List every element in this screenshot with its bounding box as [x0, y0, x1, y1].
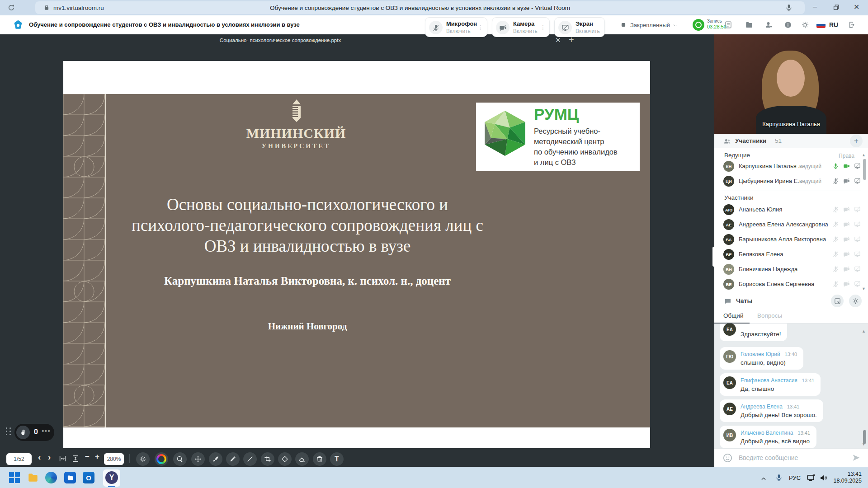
laser-pointer-button[interactable]	[173, 452, 187, 466]
shape-tool-button[interactable]	[278, 452, 292, 466]
network-display-icon[interactable]	[807, 474, 815, 482]
speaker-torso	[756, 106, 826, 134]
tray-mic-icon[interactable]	[775, 474, 783, 482]
screen-off-icon[interactable]	[854, 178, 861, 184]
sidebar-resize-handle[interactable]	[712, 247, 715, 267]
zoom-in-button[interactable]: +	[95, 452, 99, 461]
crop-tool-button[interactable]	[261, 452, 274, 466]
participant-name: Блиничкина Надежда	[739, 266, 797, 272]
scroll-down-icon[interactable]: ▼	[862, 286, 866, 291]
send-message-icon[interactable]	[852, 453, 861, 462]
chevron-down-icon[interactable]	[673, 23, 678, 28]
page-indicator[interactable]: 1/52	[6, 453, 32, 465]
record-button[interactable]	[693, 19, 704, 31]
camera-toggle-button[interactable]: Камера Включить ⋮	[492, 17, 550, 37]
participant-row[interactable]: БН Блиничкина Надежда	[714, 262, 868, 277]
emoji-icon[interactable]	[722, 453, 733, 463]
raise-hand-button[interactable]	[16, 426, 30, 439]
edge-browser-icon[interactable]	[45, 472, 57, 483]
microsoft-store-icon[interactable]	[64, 472, 76, 483]
invite-participant-button[interactable]: +	[850, 135, 863, 147]
participant-row[interactable]: АЮ Ананьева Юлия	[714, 202, 868, 217]
window-minimize-button[interactable]: –	[813, 3, 817, 11]
speaker-video-tile[interactable]: Карпушкина Наталья	[714, 34, 868, 134]
mic-on-icon[interactable]	[832, 163, 839, 169]
window-restore-button[interactable]	[833, 5, 839, 10]
camera-off-icon	[843, 221, 850, 228]
move-tool-button[interactable]	[191, 452, 205, 466]
user-settings-icon[interactable]	[765, 21, 773, 29]
chat-messages[interactable]: ЕА Здравствуйте! ГЮ Головлев Юрий13:40 с…	[714, 324, 868, 448]
text-tool-button[interactable]: T	[330, 452, 344, 466]
address-bar[interactable]: mv1.virtualroom.ru Обучение и сопровожде…	[35, 1, 805, 14]
participant-row[interactable]: АЕ Андреева Елена Александровна	[714, 217, 868, 232]
screen-off-icon[interactable]	[854, 163, 861, 169]
settings-gear-icon[interactable]	[801, 21, 809, 29]
zoom-level[interactable]: 280%	[104, 453, 124, 465]
tab-questions[interactable]: Вопросы	[757, 312, 782, 319]
mic-toggle-button[interactable]: Микрофон Включить ⋮	[425, 17, 487, 37]
line-tool-button[interactable]	[243, 452, 257, 466]
scroll-up-icon[interactable]: ▲	[862, 153, 866, 157]
reload-icon[interactable]	[7, 4, 15, 12]
camera-on-icon[interactable]	[843, 163, 850, 169]
next-slide-button[interactable]: ›	[48, 452, 51, 462]
avatar: ЕА	[723, 376, 736, 389]
yandex-browser-taskbar-item[interactable]: Y	[103, 469, 120, 487]
window-close-button[interactable]: ✕	[854, 3, 859, 11]
language-label[interactable]: RU	[829, 21, 838, 28]
scroll-up-icon[interactable]: ▲	[862, 329, 866, 333]
annotation-settings-button[interactable]	[136, 452, 150, 466]
slide-title: Основы социально-психологического и псих…	[68, 194, 547, 257]
tray-expand-icon[interactable]	[760, 476, 767, 482]
yandex-browser-icon: Y	[105, 471, 118, 484]
fit-width-icon[interactable]	[59, 455, 67, 463]
drag-handle-icon[interactable]	[6, 427, 11, 435]
notes-icon[interactable]	[724, 21, 732, 29]
hand-more-icon[interactable]: •••	[42, 427, 51, 435]
speaker-name-label: Карпушкина Наталья	[714, 121, 868, 127]
scroll-down-icon[interactable]: ▼	[862, 442, 866, 446]
participant-row[interactable]: ЦИ Цыбуцинина Ирина Е... ведущий	[714, 174, 868, 189]
file-explorer-icon[interactable]	[27, 472, 39, 483]
volume-icon[interactable]	[819, 474, 828, 482]
chat-settings-button[interactable]	[849, 295, 862, 307]
participant-row[interactable]: БЕ Белякова Елена	[714, 247, 868, 262]
screen-off-icon	[854, 236, 861, 243]
clock[interactable]: 13:41 18.09.2025	[833, 471, 862, 484]
russian-flag-icon[interactable]	[816, 22, 826, 28]
leave-room-icon[interactable]	[848, 21, 856, 29]
files-folder-icon[interactable]	[745, 21, 753, 29]
layout-select[interactable]: Закрепленный	[630, 22, 670, 28]
participant-row[interactable]: БА Барышникова Алла Викторовна	[714, 232, 868, 247]
camera-off-icon	[843, 266, 850, 272]
screen-share-button[interactable]: Экран Включить	[554, 17, 605, 37]
raised-hands-count: 0	[34, 428, 38, 436]
tab-mic-icon[interactable]	[785, 4, 793, 12]
pen-tool-button[interactable]	[226, 452, 240, 466]
camera-off-icon[interactable]	[843, 178, 850, 184]
info-icon[interactable]	[784, 21, 792, 29]
camera-label: Камера	[513, 20, 534, 27]
keyboard-language[interactable]: РУС	[789, 474, 801, 481]
close-presentation-icon[interactable]: ✕	[555, 36, 561, 44]
color-picker-button[interactable]	[155, 452, 168, 466]
mic-off-icon	[832, 221, 839, 228]
participant-row[interactable]: КН Карпушкина Наталья ... ведущий	[714, 159, 868, 174]
prev-slide-button[interactable]: ‹	[38, 452, 41, 462]
camera-menu-icon[interactable]: ⋮	[540, 24, 546, 31]
windows-start-icon[interactable]	[9, 472, 21, 483]
brush-tool-button[interactable]	[209, 452, 222, 466]
eraser-tool-button[interactable]	[295, 452, 309, 466]
mic-menu-icon[interactable]: ⋮	[477, 24, 484, 31]
zoom-out-button[interactable]: −	[85, 452, 90, 461]
tab-general[interactable]: Общий	[723, 312, 743, 319]
fit-height-icon[interactable]	[71, 455, 80, 463]
chat-popout-button[interactable]	[831, 295, 844, 307]
participant-row[interactable]: БЕ Борисова Елена Сергеевна	[714, 277, 868, 292]
delete-annotations-button[interactable]	[313, 452, 326, 466]
message-input[interactable]	[739, 449, 847, 467]
outlook-icon[interactable]: O	[83, 472, 94, 483]
mic-off-icon[interactable]	[832, 178, 839, 184]
participants-scrollbar[interactable]	[863, 159, 866, 180]
